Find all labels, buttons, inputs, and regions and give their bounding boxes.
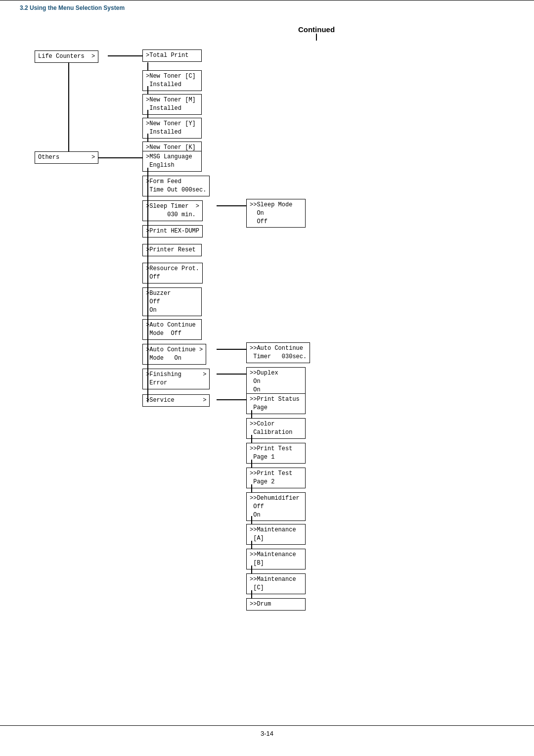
print-test-1-box: >>Print Test Page 1 xyxy=(246,443,306,464)
sleep-mode-box: >>Sleep Mode On Off xyxy=(246,199,306,228)
dehumidifier-box: >>Dehumidifier Off On xyxy=(246,492,306,521)
section-title: 3.2 Using the Menu Selection System xyxy=(20,4,125,11)
maintenance-c-box: >>Maintenance [C] xyxy=(246,573,306,594)
sleep-timer-box: >Sleep Timer > 030 min. xyxy=(142,200,203,221)
new-toner-m-box: >New Toner [M] Installed xyxy=(142,94,202,115)
print-hex-box: >Print HEX-DUMP xyxy=(142,225,203,237)
resource-prot-box: >Resource Prot. Off xyxy=(142,263,203,284)
print-test-2-box: >>Print Test Page 2 xyxy=(246,468,306,488)
life-counters-box: Life Counters > xyxy=(35,50,98,63)
maintenance-b-box: >>Maintenance [B] xyxy=(246,549,306,569)
finishing-box: >Finishing > Error xyxy=(142,369,210,389)
form-feed-box: >Form Feed Time Out 000sec. xyxy=(142,176,210,196)
drum-box: >>Drum xyxy=(246,598,306,611)
page-footer: 3-14 xyxy=(0,725,534,741)
auto-continue-timer-box: >>Auto Continue Timer 030sec. xyxy=(246,342,310,363)
auto-continue-on-box: >Auto Continue > Mode On xyxy=(142,344,206,365)
page-number: 3-14 xyxy=(261,730,273,737)
page-header: 3.2 Using the Menu Selection System xyxy=(0,0,534,15)
printer-reset-box: >Printer Reset xyxy=(142,244,202,256)
print-status-page-box: >>Print Status Page xyxy=(246,393,306,414)
continued-label: Continued xyxy=(119,25,514,41)
msg-language-box: >MSG Language English xyxy=(142,151,202,172)
auto-continue-off-box: >Auto Continue Mode Off xyxy=(142,319,202,340)
service-box: >Service > xyxy=(142,394,210,407)
maintenance-a-box: >>Maintenance [A] xyxy=(246,524,306,545)
new-toner-c-box: >New Toner [C] Installed xyxy=(142,70,202,91)
buzzer-box: >Buzzer Off On xyxy=(142,287,202,316)
new-toner-y-box: >New Toner [Y] Installed xyxy=(142,118,202,139)
color-calibration-box: >>Color Calibration xyxy=(246,418,306,439)
menu-diagram: Life Counters > >Total Print >New Toner … xyxy=(20,41,514,634)
duplex-box: >>Duplex On On xyxy=(246,367,306,396)
others-box: Others > xyxy=(35,151,98,164)
total-print-box: >Total Print xyxy=(142,49,202,62)
